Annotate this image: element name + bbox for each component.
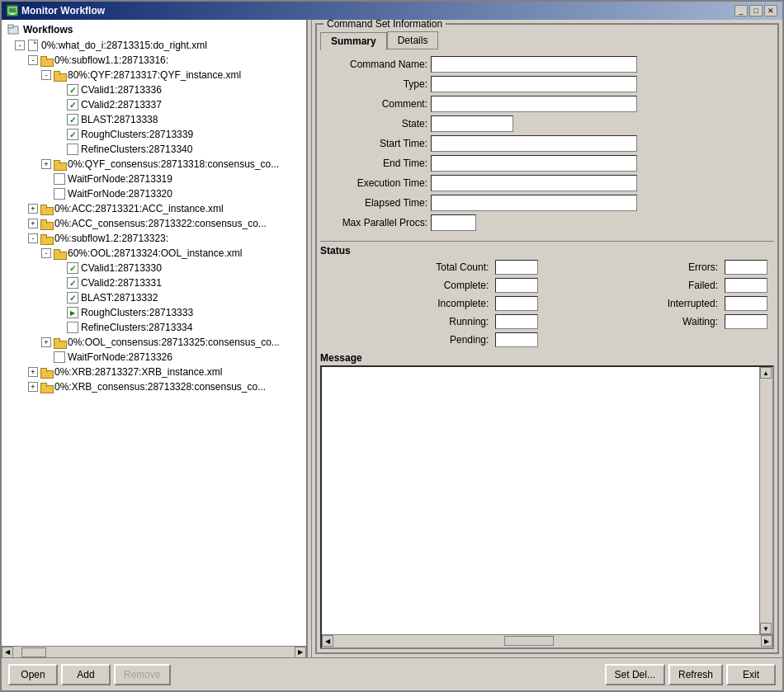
end-time-input[interactable] [431,155,637,172]
list-item[interactable]: + 0%:ACC_consensus:28713322:consensus_co… [3,216,305,231]
list-item[interactable]: + 0%:ACC:28713321:ACC_instance.xml [3,201,305,216]
interrupted-input[interactable] [725,296,767,311]
scroll-left-msg-button[interactable]: ◀ [322,635,333,647]
elapsed-time-input[interactable] [431,195,637,211]
start-time-input[interactable] [431,135,637,152]
tree-item-label: BLAST:28713332 [81,292,158,304]
execution-time-row: Execution Time: [320,175,774,191]
refresh-button[interactable]: Refresh [668,664,723,685]
empty-status-icon [66,321,79,334]
tree-container[interactable]: Workflows - 0%:what_do_i:28713315:do_rig… [2,20,306,646]
msg-h-scroll-track[interactable] [333,635,761,647]
list-item[interactable]: - 80%:QYF:28713317:QYF_instance.xml [3,68,305,82]
list-item[interactable]: ▶ RoughClusters:28713333 [3,305,305,320]
add-button[interactable]: Add [61,664,111,685]
maximize-button[interactable]: □ [749,5,763,16]
scroll-thumb[interactable] [21,647,46,657]
close-button[interactable]: ✕ [764,5,777,16]
expand-collapse-icon[interactable]: + [41,337,51,347]
folder-icon [53,68,66,82]
open-button[interactable]: Open [8,664,58,685]
running-input[interactable] [495,314,538,329]
errors-input[interactable] [725,260,767,275]
scroll-right-button[interactable]: ▶ [295,647,306,658]
total-count-label: Total Count: [320,261,489,273]
execution-time-input[interactable] [431,175,637,191]
list-item[interactable]: + 0%:OOL_consensus:28713325:consensus_co… [3,335,305,350]
list-item[interactable]: - 0%:subflow1.2:28713323: [3,231,305,246]
expand-collapse-icon[interactable]: + [28,204,38,214]
incomplete-input[interactable] [495,296,538,311]
list-item[interactable]: + 0%:XRB_consensus:28713328:consensus_co… [3,379,305,394]
list-item[interactable]: WaitForNode:28713319 [3,172,305,186]
type-label: Type: [320,78,427,90]
exit-button[interactable]: Exit [726,664,776,685]
list-item[interactable]: ✓ CValid2:28713337 [3,97,305,112]
horizontal-scrollbar[interactable]: ◀ ▶ [2,646,306,657]
file-icon [26,39,40,52]
list-item[interactable]: WaitForNode:28713326 [3,350,305,365]
set-del-button[interactable]: Set Del... [605,664,665,685]
expand-collapse-icon[interactable]: - [41,248,51,258]
expand-collapse-icon[interactable]: + [28,382,38,392]
list-item[interactable]: ✓ BLAST:28713332 [3,290,305,305]
expand-collapse-icon[interactable]: + [28,219,38,228]
list-item[interactable]: ✓ BLAST:28713338 [3,112,305,127]
waiting-input[interactable] [725,314,767,329]
max-parallel-input[interactable] [431,214,476,231]
scroll-right-msg-button[interactable]: ▶ [761,635,772,647]
scroll-up-button[interactable]: ▲ [760,367,772,379]
list-item[interactable]: ✓ CValid2:28713331 [3,275,305,290]
failed-input[interactable] [725,278,767,293]
complete-input[interactable] [495,278,538,293]
interrupted-label: Interrupted: [551,298,718,309]
msg-h-scroll-thumb[interactable] [504,636,554,646]
bottom-toolbar: Open Add Remove Set Del... Refresh Exit [2,657,782,690]
monitor-icon [7,5,18,16]
scroll-down-button[interactable]: ▼ [760,623,772,634]
list-item[interactable]: RefineClusters:28713334 [3,320,305,335]
status-title: Status [320,245,774,257]
minimize-button[interactable]: _ [734,5,748,16]
tab-summary[interactable]: Summary [320,32,387,50]
pending-input[interactable] [495,332,538,347]
remove-button[interactable]: Remove [114,664,171,685]
errors-label: Errors: [551,261,718,273]
expand-collapse-icon[interactable]: - [41,70,51,80]
tree-item-label: RoughClusters:28713333 [81,307,193,318]
list-item[interactable]: + 0%:QYF_consensus:28713318:consensus_co… [3,157,305,172]
list-item[interactable]: WaitForNode:28713320 [3,186,305,201]
title-bar: Monitor Workflow _ □ ✕ [2,2,782,20]
scroll-track[interactable] [13,647,295,658]
list-item[interactable]: ✓ CValid1:28713336 [3,82,305,97]
expand-collapse-icon[interactable]: + [41,159,51,169]
start-time-row: Start Time: [320,135,774,152]
tree-item-label: 0%:QYF_consensus:28713318:consensus_co..… [68,158,279,170]
expand-collapse-icon[interactable]: - [15,40,25,50]
list-item[interactable]: RefineClusters:28713340 [3,142,305,157]
tree-header-label: Workflows [23,24,73,35]
check-icon: ✓ [66,276,79,290]
list-item[interactable]: + 0%:XRB:28713327:XRB_instance.xml [3,365,305,379]
list-item[interactable]: - 60%:OOL:28713324:OOL_instance.xml [3,246,305,261]
tab-details[interactable]: Details [387,31,439,49]
expand-collapse-icon[interactable]: + [28,367,38,377]
state-input[interactable] [431,115,513,132]
folder-icon [53,336,66,349]
message-section: Message ▲ ▼ ◀ [320,352,774,649]
list-item[interactable]: - 0%:what_do_i:28713315:do_right.xml [3,38,305,53]
total-count-input[interactable] [495,260,538,275]
elapsed-time-row: Elapsed Time: [320,195,774,211]
expand-collapse-icon[interactable]: - [28,55,38,65]
command-name-input[interactable] [431,56,637,73]
tree-item-label: RoughClusters:28713339 [81,129,193,140]
scroll-left-button[interactable]: ◀ [2,647,13,658]
waiting-label: Waiting: [551,316,718,327]
expand-collapse-icon[interactable]: - [28,233,38,243]
list-item[interactable]: - 0%:subflow1.1:28713316: [3,53,305,68]
comment-input[interactable] [431,96,637,112]
type-input[interactable] [431,76,637,92]
main-window: Monitor Workflow _ □ ✕ Workflows [0,0,784,692]
list-item[interactable]: ✓ RoughClusters:28713339 [3,127,305,142]
list-item[interactable]: ✓ CValid1:28713330 [3,261,305,275]
